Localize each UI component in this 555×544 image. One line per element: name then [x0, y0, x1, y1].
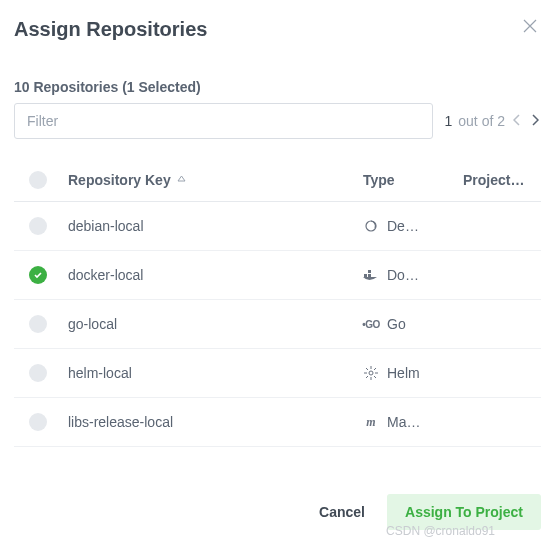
table-header: Repository Key Type Project… — [14, 161, 541, 202]
repository-key-cell: debian-local — [62, 218, 363, 234]
checkbox-icon — [29, 364, 47, 382]
type-label: Do… — [387, 267, 419, 283]
column-select-all[interactable] — [14, 171, 62, 189]
pager: 1 out of 2 — [445, 113, 542, 129]
docker-icon — [363, 269, 379, 281]
table-row[interactable]: helm-localHelm — [14, 349, 541, 398]
checkbox-icon — [29, 171, 47, 189]
table-row[interactable]: go-local•GOGo — [14, 300, 541, 349]
row-checkbox[interactable] — [14, 217, 62, 235]
row-checkbox[interactable] — [14, 315, 62, 333]
type-cell: Helm — [363, 365, 463, 381]
type-cell: mMa… — [363, 414, 463, 430]
filter-row: 1 out of 2 — [14, 103, 541, 139]
pager-total-label: out of 2 — [458, 113, 505, 129]
type-label: Ma… — [387, 414, 420, 430]
maven-icon: m — [363, 415, 379, 430]
pager-current: 1 — [445, 113, 453, 129]
column-label: Project… — [463, 172, 524, 188]
table-body: debian-localDe…docker-localDo…go-local•G… — [14, 202, 541, 447]
column-project[interactable]: Project… — [463, 172, 541, 188]
column-repository-key[interactable]: Repository Key — [62, 172, 363, 188]
sort-asc-icon — [177, 175, 186, 186]
dialog-header: Assign Repositories — [14, 18, 541, 41]
table-row[interactable]: docker-localDo… — [14, 251, 541, 300]
type-cell: •GOGo — [363, 316, 463, 332]
checkbox-icon — [29, 315, 47, 333]
type-cell: Do… — [363, 267, 463, 283]
svg-rect-2 — [368, 274, 371, 277]
debian-icon — [363, 219, 379, 233]
assign-to-project-button[interactable]: Assign To Project — [387, 494, 541, 530]
dialog-footer: Cancel Assign To Project — [14, 477, 541, 544]
type-label: Helm — [387, 365, 420, 381]
dialog-title: Assign Repositories — [14, 18, 207, 41]
row-checkbox[interactable] — [14, 413, 62, 431]
row-checkbox[interactable] — [14, 364, 62, 382]
table-row[interactable]: debian-localDe… — [14, 202, 541, 251]
pager-prev-icon[interactable] — [511, 114, 523, 129]
repository-key-cell: docker-local — [62, 267, 363, 283]
go-icon: •GO — [363, 319, 379, 330]
type-cell: De… — [363, 218, 463, 234]
repositories-table: Repository Key Type Project… debian-loca… — [14, 161, 541, 447]
type-label: De… — [387, 218, 419, 234]
assign-repositories-dialog: Assign Repositories 10 Repositories (1 S… — [0, 0, 555, 544]
repository-key: debian-local — [68, 218, 144, 234]
repository-key: helm-local — [68, 365, 132, 381]
column-label: Type — [363, 172, 395, 188]
close-icon[interactable] — [519, 18, 541, 36]
filter-input[interactable] — [14, 103, 433, 139]
cancel-button[interactable]: Cancel — [319, 504, 365, 520]
pager-next-icon[interactable] — [529, 114, 541, 129]
repository-key-cell: go-local — [62, 316, 363, 332]
repository-key: go-local — [68, 316, 117, 332]
svg-rect-1 — [364, 274, 367, 277]
repository-key-cell: libs-release-local — [62, 414, 363, 430]
repository-key-cell: helm-local — [62, 365, 363, 381]
column-type[interactable]: Type — [363, 172, 463, 188]
checkbox-checked-icon — [29, 266, 47, 284]
helm-icon — [363, 366, 379, 380]
row-checkbox[interactable] — [14, 266, 62, 284]
table-row[interactable]: libs-release-localmMa… — [14, 398, 541, 447]
repo-count-label: 10 Repositories (1 Selected) — [14, 79, 541, 95]
repository-key: libs-release-local — [68, 414, 173, 430]
svg-point-4 — [369, 371, 373, 375]
checkbox-icon — [29, 217, 47, 235]
column-label: Repository Key — [68, 172, 171, 188]
checkbox-icon — [29, 413, 47, 431]
repository-key: docker-local — [68, 267, 143, 283]
svg-rect-3 — [368, 270, 371, 273]
type-label: Go — [387, 316, 406, 332]
